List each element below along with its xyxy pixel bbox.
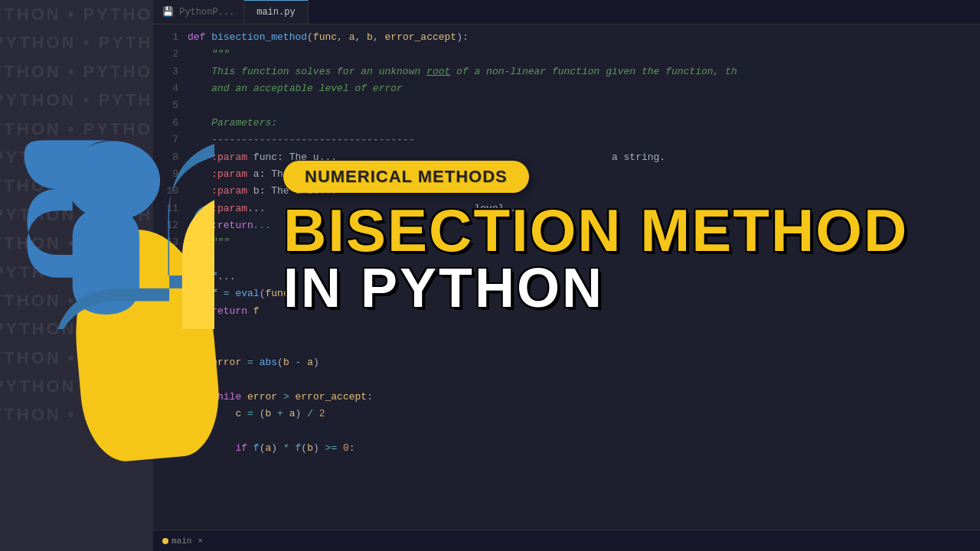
code-line-4: and an acceptable level of error [188, 80, 980, 97]
title-bisection: BISECTION METHOD [283, 201, 908, 260]
badge-numerical-methods: NUMERICAL METHODS [283, 161, 529, 193]
code-line-24 [188, 422, 980, 439]
svg-point-1 [80, 155, 145, 206]
tab-label: main.py [256, 7, 295, 18]
code-line-6: Parameters: [188, 115, 980, 132]
bottom-close[interactable]: × [198, 536, 203, 546]
bottom-file-item[interactable]: main [162, 536, 191, 546]
tab-main-py[interactable]: main.py [244, 0, 308, 24]
title-overlay: NUMERICAL METHODS BISECTION METHOD IN PY… [283, 161, 972, 315]
bottom-file-label: main [172, 536, 191, 546]
code-line-2: """ [188, 46, 980, 63]
status-dot [162, 538, 168, 544]
tab-inactive[interactable]: 💾 PythonP... [153, 0, 244, 24]
code-line-18 [188, 320, 980, 337]
code-line-1: def bisection_method(func, a, b, error_a… [188, 29, 980, 46]
code-line-19 [188, 337, 980, 354]
close-icon: × [198, 536, 203, 546]
tab-bar: 💾 PythonP... main.py [153, 0, 980, 24]
code-line-20: error = abs(b - a) [188, 354, 980, 371]
code-line-7: ---------------------------------- [188, 132, 980, 148]
code-line-5 [188, 97, 980, 114]
python-logo [15, 130, 214, 344]
code-line-21 [188, 371, 980, 388]
title-in-python: IN PYTHON [283, 260, 908, 315]
code-line-3: This function solves for an unknown root… [188, 64, 980, 80]
code-line-25: if f(a) * f(b) >= 0: [188, 440, 980, 457]
code-line-23: c = (b + a) / 2 [188, 406, 980, 422]
bottom-bar: main × [153, 530, 980, 551]
code-line-22: while error > error_accept: [188, 389, 980, 406]
